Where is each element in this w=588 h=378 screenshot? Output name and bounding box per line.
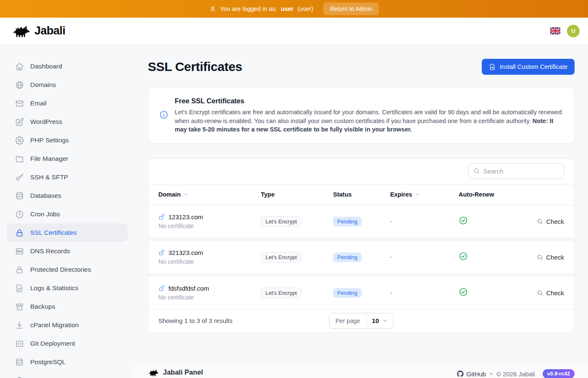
check-label: Check xyxy=(546,289,564,297)
download-icon xyxy=(15,321,24,330)
footer-separator: • xyxy=(490,370,492,377)
key-icon xyxy=(15,173,24,182)
check-label: Check xyxy=(546,254,564,261)
gear-icon xyxy=(15,136,24,145)
language-selector[interactable] xyxy=(550,27,561,35)
info-title: Free SSL Certificates xyxy=(175,97,563,105)
clock-icon xyxy=(15,210,24,219)
sidebar-item-label: cPanel Migration xyxy=(30,321,79,329)
search-icon xyxy=(537,254,543,260)
check-button[interactable]: Check xyxy=(537,289,564,297)
brand-logo[interactable]: Jabali xyxy=(12,24,66,37)
domain-cell: 123123.com No certificate xyxy=(158,213,261,229)
sidebar-item-label: File Manager xyxy=(30,155,68,163)
sidebar-item-label: SSL Certificates xyxy=(30,229,77,236)
sidebar-item-label: Domains xyxy=(30,81,56,89)
per-page-label: Per page xyxy=(330,313,367,328)
avatar[interactable]: U xyxy=(567,25,580,37)
sidebar-item-ssl-certificates[interactable]: SSL Certificates xyxy=(7,223,128,242)
auto-renew-cell xyxy=(459,216,534,227)
sidebar-item-label: Protected Directories xyxy=(30,266,91,273)
column-header-expires[interactable]: Expires xyxy=(390,191,459,198)
check-label: Check xyxy=(546,218,564,225)
info-body-text: Let's Encrypt certificates are free and … xyxy=(175,109,562,124)
github-link[interactable]: GitHub xyxy=(457,370,486,378)
sidebar-item-postgresql[interactable]: PostgreSQL xyxy=(7,353,128,371)
unlock-icon xyxy=(158,285,165,292)
search-input[interactable] xyxy=(483,168,559,175)
certificate-status: No certificate xyxy=(158,223,261,229)
sidebar-item-domains[interactable]: Domains xyxy=(7,76,128,94)
check-button[interactable]: Check xyxy=(537,218,564,225)
column-header-domain[interactable]: Domain xyxy=(158,191,261,198)
sidebar-item-label: Backups xyxy=(30,303,55,310)
sidebar-item-dns-records[interactable]: DNS Records xyxy=(7,242,128,260)
per-page-select[interactable]: 10 xyxy=(367,313,393,328)
sidebar-item-ssh-sftp[interactable]: SSH & SFTP xyxy=(7,168,128,186)
version-badge: v0.9-rc42 xyxy=(543,369,575,378)
circle-icon xyxy=(15,376,24,378)
edit-icon xyxy=(15,118,24,126)
lock-icon xyxy=(15,228,24,237)
return-to-admin-button[interactable]: Return to Admin xyxy=(323,3,379,15)
logged-in-prefix: You are logged in as: xyxy=(220,5,277,12)
sidebar-item-label: WordPress xyxy=(30,118,62,126)
chevron-down-icon xyxy=(382,318,387,323)
expires-value: - xyxy=(390,289,459,296)
auto-renew-cell xyxy=(459,252,534,262)
github-label: GitHub xyxy=(466,370,486,378)
sidebar-item-protected-directories[interactable]: Protected Directories xyxy=(7,260,128,279)
table-pagination: Showing 1 to 3 of 3 results Per page 10 xyxy=(148,310,574,332)
sidebar-item-partial[interactable] xyxy=(7,371,128,378)
home-icon xyxy=(15,62,24,71)
avatar-initial: U xyxy=(571,28,575,34)
install-button-label: Install Custom Certificate xyxy=(500,63,567,70)
domain-name: fdsfsdfdsf.com xyxy=(168,285,209,292)
sidebar-item-label: Logs & Statistics xyxy=(30,284,79,292)
column-header-status: Status xyxy=(333,191,390,198)
sidebar-item-databases[interactable]: Databases xyxy=(7,186,128,205)
sidebar-item-git-deployment[interactable]: Git Deployment xyxy=(7,334,128,353)
chevron-down-icon xyxy=(183,192,189,197)
domain-name: 321323.com xyxy=(168,249,203,256)
sidebar-item-cron-jobs[interactable]: Cron Jobs xyxy=(7,205,128,223)
footer-copyright: © 2026 Jabali xyxy=(496,370,535,378)
folder-icon xyxy=(15,155,24,163)
search-icon xyxy=(537,290,543,296)
sidebar-item-wordpress[interactable]: WordPress xyxy=(7,113,128,131)
logged-in-username: user xyxy=(281,5,294,12)
domain-cell: 321323.com No certificate xyxy=(158,249,261,265)
sidebar-item-cpanel-migration[interactable]: cPanel Migration xyxy=(7,316,128,334)
info-body: Let's Encrypt certificates are free and … xyxy=(175,108,563,134)
status-badge: Pending xyxy=(333,217,362,226)
uk-flag-icon xyxy=(550,27,560,34)
sidebar-item-label: Databases xyxy=(30,192,61,200)
check-circle-icon xyxy=(459,252,468,261)
status-badge: Pending xyxy=(333,252,362,262)
type-badge: Let's Encrypt xyxy=(261,252,302,262)
page-footer: Jabali Panel GitHub • © 2026 Jabali v0.9… xyxy=(134,362,588,378)
sidebar-item-file-manager[interactable]: File Manager xyxy=(7,150,128,168)
sidebar-item-php-settings[interactable]: PHP Settings xyxy=(7,131,128,150)
search-icon xyxy=(473,168,480,174)
database-icon xyxy=(15,358,24,367)
sidebar-item-logs-statistics[interactable]: Logs & Statistics xyxy=(7,279,128,297)
certificate-status: No certificate xyxy=(158,258,261,265)
install-custom-certificate-button[interactable]: Install Custom Certificate xyxy=(482,59,575,75)
unlock-icon xyxy=(158,249,165,256)
database-icon xyxy=(15,192,24,200)
expires-value: - xyxy=(390,218,459,225)
impersonation-banner: You are logged in as: user (user) Return… xyxy=(0,0,588,18)
footer-brand: Jabali Panel xyxy=(148,368,203,376)
info-icon xyxy=(159,110,168,121)
check-button[interactable]: Check xyxy=(537,254,564,261)
unlock-icon xyxy=(158,213,165,220)
sidebar-item-email[interactable]: Email xyxy=(7,94,128,113)
sidebar-item-dashboard[interactable]: Dashboard xyxy=(7,57,128,76)
server-icon xyxy=(15,247,24,256)
domain-name: 123123.com xyxy=(168,213,203,220)
per-page-control: Per page 10 xyxy=(329,313,394,329)
expires-value: - xyxy=(390,254,459,260)
github-icon xyxy=(457,370,464,377)
sidebar-item-backups[interactable]: Backups xyxy=(7,297,128,316)
